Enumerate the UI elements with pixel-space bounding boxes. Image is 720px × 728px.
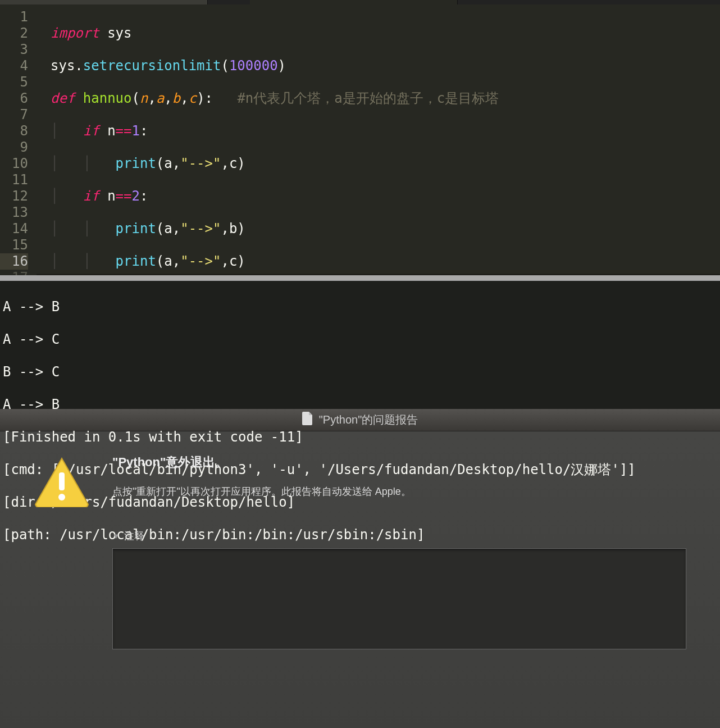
dialog-message: 点按"重新打开"以再次打开应用程序。此报告将自动发送给 Apple。 xyxy=(112,485,686,498)
comments-disclosure[interactable]: ▼ 注释 xyxy=(112,529,686,543)
disclosure-triangle-icon: ▼ xyxy=(112,532,120,540)
svg-rect-0 xyxy=(59,472,65,490)
code-editor[interactable]: 1 2 3 4 5 6 7 8 9 10 11 12 13 14 15 16 1… xyxy=(0,4,720,275)
line-number-gutter: 1 2 3 4 5 6 7 8 9 10 11 12 13 14 15 16 1… xyxy=(0,4,37,275)
build-output-panel[interactable]: A --> B A --> C B --> C A --> B [Finishe… xyxy=(0,281,720,409)
dialog-titlebar[interactable]: "Python"的问题报告 xyxy=(0,409,720,431)
output-line: B --> C xyxy=(3,364,717,380)
dialog-heading: "Python"意外退出。 xyxy=(112,454,686,471)
tab-bar xyxy=(0,0,720,4)
crash-report-dialog: "Python"的问题报告 "Python"意外退出。 点按"重新打开"以再次打… xyxy=(0,409,720,728)
output-line: A --> C xyxy=(3,331,717,348)
tab-inactive[interactable] xyxy=(0,0,208,4)
comments-label: 注释 xyxy=(124,529,144,543)
comments-textarea[interactable] xyxy=(112,548,686,649)
code-content[interactable]: import sys sys.setrecursionlimit(100000)… xyxy=(37,4,499,275)
output-line: A --> B xyxy=(3,299,717,315)
panel-divider[interactable] xyxy=(0,275,720,281)
svg-point-1 xyxy=(58,494,65,501)
warning-icon xyxy=(34,454,95,728)
document-icon xyxy=(302,412,313,428)
tab-active[interactable] xyxy=(250,0,458,4)
dialog-title: "Python"的问题报告 xyxy=(319,412,418,427)
